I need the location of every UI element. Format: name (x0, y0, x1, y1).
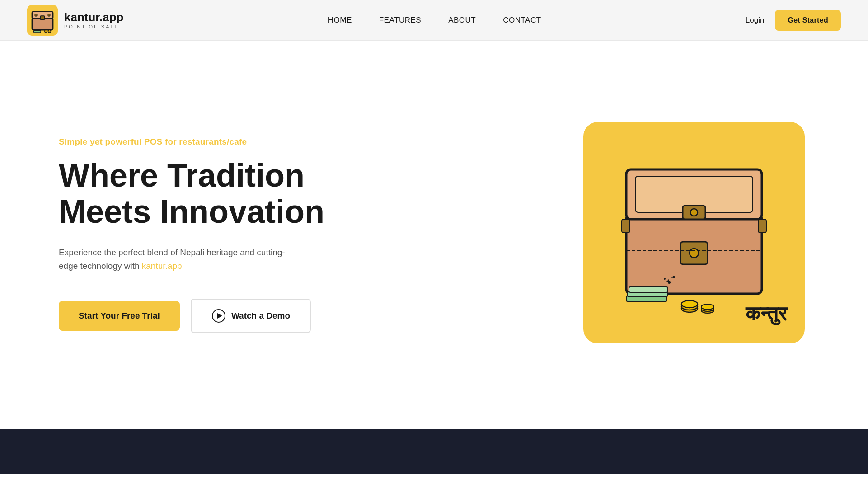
logo-svg (29, 7, 56, 33)
svg-rect-2 (40, 16, 45, 19)
svg-point-29 (668, 281, 671, 284)
kantur-app-link[interactable]: kantur.app (142, 261, 182, 271)
logo-tagline: POINT OF SALE (64, 24, 123, 29)
illustration-svg (599, 142, 789, 323)
login-link[interactable]: Login (746, 16, 765, 25)
logo-text: kantur.app POINT OF SALE (64, 11, 123, 29)
play-icon (211, 309, 226, 323)
svg-point-31 (664, 278, 666, 280)
nav-item-home[interactable]: HOME (328, 16, 352, 25)
svg-point-28 (701, 304, 714, 310)
logo-icon (27, 5, 58, 36)
hero-title: Where Tradition Meets Innovation (59, 158, 352, 229)
svg-point-6 (45, 30, 47, 33)
svg-point-25 (681, 300, 698, 308)
navbar: kantur.app POINT OF SALE HOME FEATURES A… (0, 0, 868, 41)
svg-rect-19 (758, 219, 766, 233)
hero-illustration: कन्तुर (583, 122, 805, 343)
svg-point-30 (673, 276, 675, 278)
hero-section: Simple yet powerful POS for restaurants/… (0, 41, 868, 429)
watch-demo-button[interactable]: Watch a Demo (191, 299, 311, 333)
logo[interactable]: kantur.app POINT OF SALE (27, 5, 123, 36)
get-started-button[interactable]: Get Started (775, 10, 841, 31)
hero-content: Simple yet powerful POS for restaurants/… (59, 137, 352, 333)
svg-rect-18 (622, 219, 630, 233)
nav-links: HOME FEATURES ABOUT CONTACT (328, 16, 541, 25)
start-trial-button[interactable]: Start Your Free Trial (59, 301, 180, 331)
svg-point-7 (48, 30, 51, 33)
nav-item-contact[interactable]: CONTACT (503, 16, 541, 25)
nepali-text: कन्तुर (746, 302, 787, 325)
logo-name: kantur.app (64, 11, 123, 24)
hero-subtitle: Simple yet powerful POS for restaurants/… (59, 137, 352, 147)
hero-buttons: Start Your Free Trial Watch a Demo (59, 299, 352, 333)
footer-bar (0, 429, 868, 474)
hero-illustration-container: कन्तुर (583, 122, 809, 348)
hero-description: Experience the perfect blend of Nepali h… (59, 246, 298, 273)
svg-point-16 (690, 249, 699, 258)
nav-right: Login Get Started (746, 10, 841, 31)
nav-item-features[interactable]: FEATURES (379, 16, 421, 25)
svg-marker-9 (217, 313, 222, 319)
svg-rect-5 (34, 30, 41, 33)
svg-rect-22 (629, 287, 668, 292)
svg-point-4 (48, 14, 50, 16)
nav-item-about[interactable]: ABOUT (448, 16, 476, 25)
svg-point-3 (35, 14, 37, 16)
svg-point-14 (690, 209, 698, 216)
